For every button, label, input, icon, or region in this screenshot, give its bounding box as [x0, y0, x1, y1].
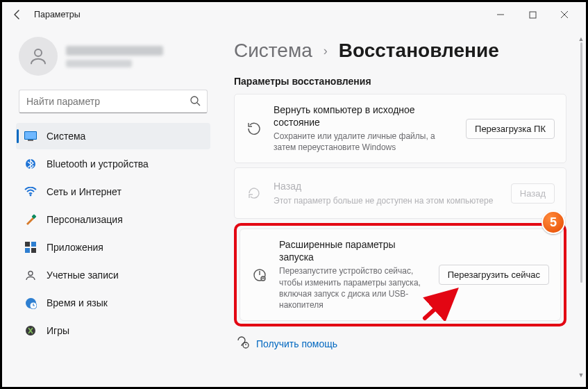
- sidebar-item-apps[interactable]: Приложения: [16, 234, 210, 260]
- svg-rect-6: [25, 132, 36, 139]
- profile-email-blurred: [66, 60, 132, 67]
- highlighted-step: 5 Расширенные параметры запуска Перезапу…: [234, 223, 566, 326]
- scroll-down-arrow[interactable]: ▼: [578, 372, 585, 379]
- svg-point-15: [28, 272, 33, 276]
- card-advanced-startup: Расширенные параметры запуска Перезапуст…: [240, 229, 561, 321]
- sidebar-item-system[interactable]: Система: [16, 123, 210, 149]
- sidebar-item-personalization[interactable]: Персонализация: [16, 206, 210, 233]
- maximize-button[interactable]: [516, 2, 548, 27]
- sidebar-item-label: Система: [47, 131, 85, 142]
- svg-rect-1: [530, 12, 536, 18]
- profile-name-blurred: [66, 46, 163, 56]
- sidebar-item-label: Bluetooth и устройства: [47, 158, 149, 169]
- window-title: Параметры: [34, 10, 81, 19]
- card-title: Расширенные параметры запуска: [279, 239, 428, 263]
- settings-window: Параметры: [0, 0, 588, 389]
- sidebar-item-label: Учетные записи: [47, 270, 119, 281]
- scroll-up-arrow[interactable]: ▲: [578, 35, 585, 42]
- sidebar: Система Bluetooth и устройства Сеть и Ин…: [2, 27, 217, 387]
- sidebar-item-label: Время и язык: [47, 297, 108, 308]
- sidebar-item-label: Сеть и Интернет: [47, 186, 121, 197]
- accounts-icon: [24, 269, 37, 281]
- section-title: Параметры восстановления: [234, 76, 582, 87]
- svg-point-3: [191, 97, 198, 104]
- card-title: Вернуть компьютер в исходное состояние: [274, 104, 455, 129]
- search-box[interactable]: [19, 90, 208, 113]
- svg-line-4: [197, 103, 200, 106]
- window-controls: [485, 2, 580, 27]
- power-settings-icon: [251, 267, 268, 283]
- sidebar-item-label: Персонализация: [47, 214, 123, 225]
- card-reset-pc: Вернуть компьютер в исходное состояние С…: [234, 94, 566, 163]
- breadcrumb: Система › Восстановление: [234, 37, 582, 62]
- apps-icon: [24, 241, 37, 254]
- card-title: Назад: [274, 181, 500, 193]
- scroll-thumb[interactable]: [580, 42, 582, 283]
- svg-point-9: [30, 194, 32, 197]
- reset-pc-button[interactable]: Перезагрузка ПК: [466, 119, 555, 139]
- reset-icon: [246, 121, 262, 136]
- svg-rect-11: [25, 242, 30, 247]
- search-input[interactable]: [19, 90, 208, 113]
- profile-block[interactable]: [16, 33, 210, 85]
- avatar: [19, 37, 58, 76]
- cards-list: Вернуть компьютер в исходное состояние С…: [234, 94, 582, 326]
- breadcrumb-parent[interactable]: Система: [234, 40, 312, 62]
- sidebar-item-accounts[interactable]: Учетные записи: [16, 262, 210, 288]
- chevron-right-icon: ›: [324, 44, 328, 58]
- go-back-icon: [246, 185, 262, 201]
- svg-point-2: [35, 49, 42, 56]
- card-desc: Перезапустите устройство сейчас, чтобы и…: [279, 265, 428, 311]
- vertical-scrollbar[interactable]: ▲ ▼: [578, 35, 585, 379]
- get-help-link[interactable]: Получить помощь: [256, 338, 337, 349]
- bluetooth-icon: [24, 158, 37, 170]
- sidebar-item-gaming[interactable]: Игры: [16, 317, 210, 344]
- card-desc: Сохраните или удалите личные файлы, а за…: [274, 131, 455, 153]
- minimize-button[interactable]: [485, 2, 516, 27]
- card-desc: Этот параметр больше не доступен на этом…: [274, 195, 500, 206]
- main-pane: Система › Восстановление Параметры восст…: [217, 27, 586, 387]
- go-back-button: Назад: [511, 183, 555, 204]
- titlebar: Параметры: [2, 2, 586, 27]
- gaming-icon: [24, 324, 37, 337]
- brush-icon: [24, 213, 37, 226]
- svg-rect-13: [25, 248, 30, 253]
- breadcrumb-current: Восстановление: [339, 40, 499, 62]
- card-go-back: Назад Этот параметр больше не доступен н…: [234, 167, 566, 219]
- restart-now-button[interactable]: Перезагрузить сейчас: [439, 265, 549, 285]
- sidebar-item-label: Приложения: [47, 242, 103, 253]
- globe-clock-icon: [24, 297, 37, 309]
- sidebar-item-network[interactable]: Сеть и Интернет: [16, 179, 210, 205]
- display-icon: [24, 130, 37, 142]
- sidebar-item-time-language[interactable]: Время и язык: [16, 290, 210, 316]
- sidebar-item-label: Игры: [47, 325, 69, 336]
- svg-rect-7: [28, 140, 33, 141]
- profile-text: [66, 46, 163, 67]
- nav-list: Система Bluetooth и устройства Сеть и Ин…: [16, 123, 210, 344]
- back-button[interactable]: [8, 5, 27, 24]
- help-link-row: Получить помощь: [234, 336, 582, 351]
- svg-rect-14: [31, 248, 36, 253]
- search-icon: [190, 95, 201, 109]
- close-button[interactable]: [548, 2, 580, 27]
- sidebar-item-bluetooth[interactable]: Bluetooth и устройства: [16, 151, 210, 177]
- svg-rect-12: [31, 242, 36, 247]
- wifi-icon: [24, 185, 37, 198]
- help-icon: [237, 336, 249, 351]
- person-icon: [28, 46, 49, 67]
